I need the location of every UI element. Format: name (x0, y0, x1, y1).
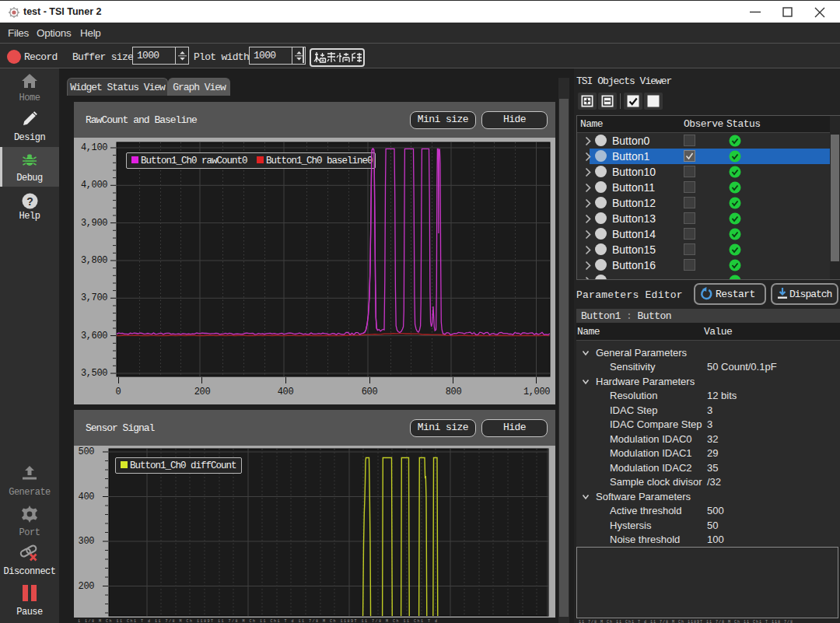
svg-text:?: ? (26, 195, 33, 208)
